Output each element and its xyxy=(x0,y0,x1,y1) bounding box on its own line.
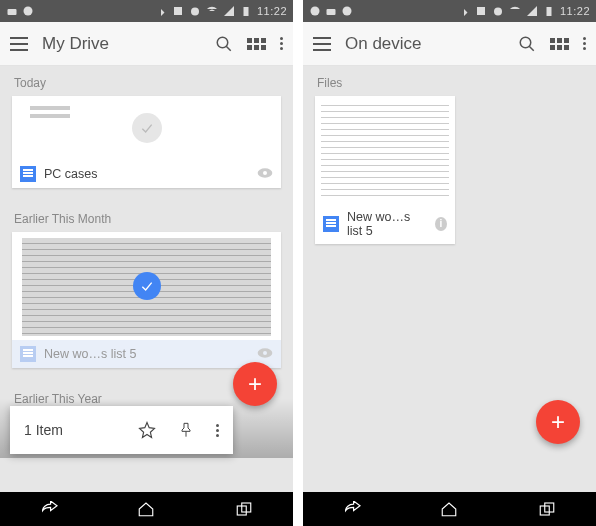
alarm-icon xyxy=(492,5,504,17)
file-card-pc-cases[interactable]: PC cases xyxy=(12,96,281,188)
wifi-icon xyxy=(509,5,521,17)
info-icon[interactable]: i xyxy=(435,217,447,231)
eye-icon xyxy=(257,167,273,182)
svg-point-10 xyxy=(263,351,267,355)
content-area: Today PC cases Earlier This Month xyxy=(0,66,293,492)
nav-bar xyxy=(0,492,293,526)
svg-rect-14 xyxy=(327,9,336,15)
menu-icon[interactable] xyxy=(313,37,331,51)
file-name: New wo…s list 5 xyxy=(347,210,427,238)
file-card-new-words[interactable]: New wo…s list 5 xyxy=(12,232,281,368)
svg-rect-2 xyxy=(174,7,182,15)
section-files: Files xyxy=(303,66,596,96)
app-bar: My Drive xyxy=(0,22,293,66)
eye-icon xyxy=(257,347,273,362)
svg-rect-0 xyxy=(8,9,17,15)
svg-line-20 xyxy=(529,46,534,51)
section-today: Today xyxy=(0,66,293,96)
selection-count: 1 Item xyxy=(24,422,63,438)
selection-action-bar: 1 Item xyxy=(10,406,233,454)
view-list-icon[interactable] xyxy=(550,38,569,50)
star-icon[interactable] xyxy=(138,421,156,439)
phone-left: 11:22 My Drive Today PC cases Earl xyxy=(0,0,293,526)
status-bar: 11:22 xyxy=(303,0,596,22)
nav-recent[interactable] xyxy=(537,500,557,518)
bluetooth-icon xyxy=(458,5,470,17)
fab-add[interactable]: + xyxy=(536,400,580,444)
snap-icon xyxy=(325,5,337,17)
menu-icon[interactable] xyxy=(10,37,28,51)
pin-icon[interactable] xyxy=(178,421,194,439)
section-earlier-month: Earlier This Month xyxy=(0,202,293,232)
nav-home[interactable] xyxy=(136,500,156,518)
phone-right: 11:22 On device Files New wo…s list 5 i … xyxy=(303,0,596,526)
file-card-new-words[interactable]: New wo…s list 5 i xyxy=(315,96,455,244)
more-icon[interactable] xyxy=(216,424,219,437)
svg-rect-18 xyxy=(546,7,551,16)
check-icon xyxy=(133,272,161,300)
svg-point-17 xyxy=(494,8,502,16)
svg-point-8 xyxy=(263,171,267,175)
fab-add[interactable]: + xyxy=(233,362,277,406)
file-name: New wo…s list 5 xyxy=(44,347,136,361)
svg-point-1 xyxy=(24,7,33,16)
battery-icon xyxy=(543,5,555,17)
wifi-icon xyxy=(206,5,218,17)
svg-point-3 xyxy=(191,8,199,16)
bluetooth-icon xyxy=(155,5,167,17)
nav-recent[interactable] xyxy=(234,500,254,518)
sync-icon xyxy=(309,5,321,17)
svg-point-19 xyxy=(520,37,531,48)
nav-back[interactable] xyxy=(39,500,59,518)
nav-back[interactable] xyxy=(342,500,362,518)
nav-bar xyxy=(303,492,596,526)
signal-icon xyxy=(526,5,538,17)
svg-line-6 xyxy=(226,46,231,51)
docs-icon xyxy=(323,216,339,232)
clock: 11:22 xyxy=(257,5,287,17)
nav-home[interactable] xyxy=(439,500,459,518)
page-title: On device xyxy=(345,34,504,54)
svg-point-5 xyxy=(217,37,228,48)
search-icon[interactable] xyxy=(518,35,536,53)
nfc-icon xyxy=(172,5,184,17)
signal-icon xyxy=(223,5,235,17)
cloud-check-icon xyxy=(341,5,353,17)
search-icon[interactable] xyxy=(215,35,233,53)
more-icon[interactable] xyxy=(583,37,586,50)
snap-icon xyxy=(6,5,18,17)
page-title: My Drive xyxy=(42,34,201,54)
check-icon xyxy=(132,113,162,143)
file-name: PC cases xyxy=(44,167,98,181)
nfc-icon xyxy=(475,5,487,17)
more-icon[interactable] xyxy=(280,37,283,50)
status-bar: 11:22 xyxy=(0,0,293,22)
app-bar: On device xyxy=(303,22,596,66)
docs-icon xyxy=(20,166,36,182)
svg-rect-4 xyxy=(243,7,248,16)
alarm-icon xyxy=(189,5,201,17)
svg-point-13 xyxy=(311,7,320,16)
battery-icon xyxy=(240,5,252,17)
view-list-icon[interactable] xyxy=(247,38,266,50)
clock: 11:22 xyxy=(560,5,590,17)
docs-icon xyxy=(20,346,36,362)
content-area: Files New wo…s list 5 i + xyxy=(303,66,596,492)
cloud-check-icon xyxy=(22,5,34,17)
svg-rect-16 xyxy=(477,7,485,15)
svg-point-15 xyxy=(343,7,352,16)
